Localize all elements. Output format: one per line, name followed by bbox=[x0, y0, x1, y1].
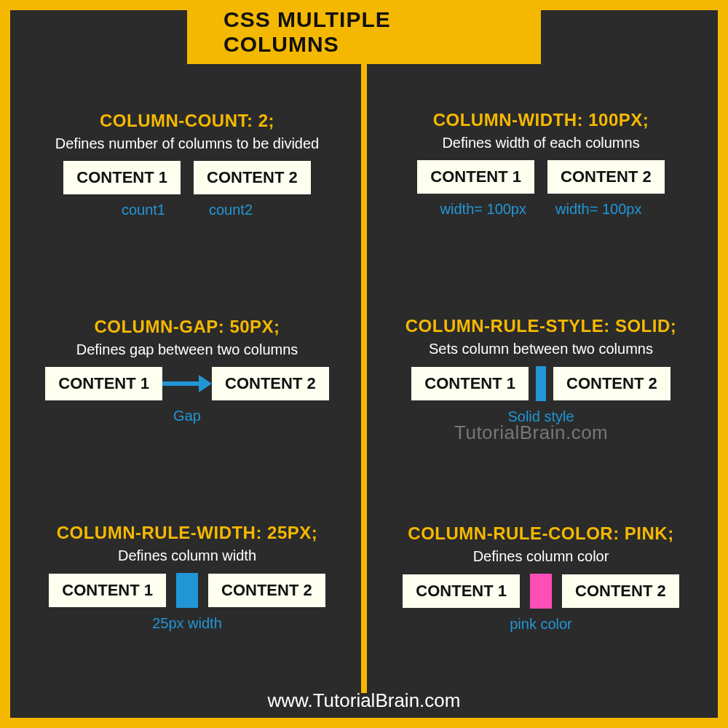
content-grid: COLUMN-COUNT: 2; Defines number of colum… bbox=[10, 61, 718, 681]
content-box: CONTENT 1 bbox=[403, 574, 520, 608]
property-label: COLUMN-RULE-WIDTH: 25PX; bbox=[23, 523, 351, 543]
content-box: CONTENT 1 bbox=[411, 367, 529, 400]
captions: width= 100px width= 100px bbox=[377, 201, 705, 218]
left-column: COLUMN-COUNT: 2; Defines number of colum… bbox=[10, 61, 364, 681]
watermark: TutorialBrain.com bbox=[454, 422, 608, 444]
diagram-frame: CSS MULTIPLE COLUMNS COLUMN-COUNT: 2; De… bbox=[0, 0, 728, 728]
section-column-rule-style: COLUMN-RULE-STYLE: SOLID; Sets column be… bbox=[377, 316, 705, 425]
content-box: CONTENT 1 bbox=[63, 161, 181, 194]
property-label: COLUMN-WIDTH: 100PX; bbox=[377, 110, 705, 130]
content-box: CONTENT 2 bbox=[194, 161, 311, 194]
section-column-gap: COLUMN-GAP: 50PX; Defines gap between tw… bbox=[23, 317, 351, 424]
content-box: CONTENT 2 bbox=[562, 574, 679, 608]
section-column-width: COLUMN-WIDTH: 100PX; Defines width of ea… bbox=[377, 110, 705, 218]
property-desc: Sets column between two columns bbox=[377, 341, 705, 357]
captions: count1 count2 bbox=[23, 202, 351, 218]
rule-bar-pink bbox=[530, 574, 552, 609]
caption: count1 bbox=[122, 202, 165, 218]
caption: width= 100px bbox=[440, 201, 526, 218]
property-label: COLUMN-RULE-STYLE: SOLID; bbox=[377, 316, 705, 336]
caption: Gap bbox=[23, 408, 351, 424]
example-boxes: CONTENT 1 CONTENT 2 bbox=[377, 160, 705, 194]
rule-bar bbox=[176, 573, 198, 608]
property-desc: Defines number of columns to be divided bbox=[23, 135, 351, 152]
property-label: COLUMN-COUNT: 2; bbox=[23, 111, 351, 131]
content-box: CONTENT 2 bbox=[212, 367, 329, 400]
caption: pink color bbox=[377, 616, 705, 633]
property-desc: Defines width of each columns bbox=[377, 135, 705, 151]
caption: 25px width bbox=[23, 615, 351, 632]
arrow-icon bbox=[162, 375, 212, 392]
section-column-count: COLUMN-COUNT: 2; Defines number of colum… bbox=[23, 111, 351, 218]
property-desc: Defines gap between two columns bbox=[23, 341, 351, 358]
property-desc: Defines column width bbox=[23, 547, 351, 564]
right-column: COLUMN-WIDTH: 100PX; Defines width of ea… bbox=[364, 61, 718, 681]
footer-url: www.TutorialBrain.com bbox=[10, 689, 718, 712]
content-box: CONTENT 1 bbox=[49, 574, 166, 607]
content-box: CONTENT 1 bbox=[417, 160, 534, 194]
property-label: COLUMN-RULE-COLOR: PINK; bbox=[377, 523, 705, 544]
caption: width= 100px bbox=[555, 201, 641, 218]
content-box: CONTENT 2 bbox=[547, 160, 665, 194]
content-box: CONTENT 2 bbox=[208, 574, 325, 607]
content-box: CONTENT 2 bbox=[553, 367, 670, 400]
property-desc: Defines column color bbox=[377, 548, 705, 565]
section-column-rule-color: COLUMN-RULE-COLOR: PINK; Defines column … bbox=[377, 523, 705, 633]
property-label: COLUMN-GAP: 50PX; bbox=[23, 317, 351, 337]
rule-bar bbox=[536, 366, 546, 401]
example-boxes: CONTENT 1 CONTENT 2 bbox=[23, 367, 351, 400]
example-boxes: CONTENT 1 CONTENT 2 bbox=[23, 573, 351, 608]
example-boxes: CONTENT 1 CONTENT 2 bbox=[377, 574, 705, 609]
example-boxes: CONTENT 1 CONTENT 2 bbox=[377, 366, 705, 401]
example-boxes: CONTENT 1 CONTENT 2 bbox=[23, 161, 351, 194]
section-column-rule-width: COLUMN-RULE-WIDTH: 25PX; Defines column … bbox=[23, 523, 351, 632]
content-box: CONTENT 1 bbox=[45, 367, 162, 400]
caption: count2 bbox=[209, 202, 253, 218]
